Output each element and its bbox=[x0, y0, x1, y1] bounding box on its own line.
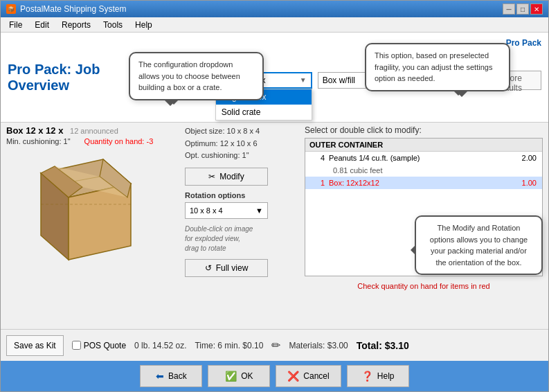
minimize-button[interactable]: ─ bbox=[503, 3, 515, 15]
weight-info: 0 lb. 14.52 oz. bbox=[134, 341, 186, 350]
menu-file[interactable]: File bbox=[3, 19, 28, 31]
rotation-value: 10 x 8 x 4 bbox=[190, 206, 223, 215]
menu-tools[interactable]: Tools bbox=[98, 19, 128, 31]
title-bar: 📦 PostalMate Shipping System ─ □ ✕ bbox=[1, 1, 548, 17]
back-icon: ⬅ bbox=[156, 371, 164, 382]
item-name-box: Box: 12x12x12 bbox=[329, 179, 508, 187]
title-bar-controls: ─ □ ✕ bbox=[503, 3, 543, 15]
cancel-icon: ❌ bbox=[287, 371, 299, 382]
close-button[interactable]: ✕ bbox=[530, 3, 543, 15]
maximize-button[interactable]: □ bbox=[516, 3, 529, 15]
obj-size: Object size: 10 x 8 x 4 bbox=[185, 125, 299, 138]
app-icon: 📦 bbox=[6, 4, 16, 14]
materials-info: Materials: $3.00 bbox=[289, 341, 348, 350]
action-bar: ⬅ Back ✅ OK ❌ Cancel ❓ Help bbox=[1, 361, 548, 391]
item-qty-peanuts: 4 bbox=[311, 154, 325, 162]
select-label: Select or double click to modify: bbox=[305, 125, 543, 135]
cancel-button[interactable]: ❌ Cancel bbox=[276, 365, 341, 387]
item-qty-box: 1 bbox=[311, 179, 325, 187]
pro-pack-label: Pro Pack bbox=[506, 38, 541, 48]
help-label: Help bbox=[377, 371, 395, 381]
tooltip-fragility-text: This option, based on preselected fragil… bbox=[375, 51, 492, 82]
object-info: Object size: 10 x 8 x 4 Optimum: 12 x 10… bbox=[185, 125, 299, 162]
warning-text: Check quantity on hand for items in red bbox=[305, 282, 543, 290]
menu-bar: File Edit Reports Tools Help bbox=[1, 17, 548, 33]
container-item-peanuts[interactable]: 4 Peanuts 1/4 cu.ft. (sample) 2.00 bbox=[305, 152, 542, 164]
pos-quote-checkbox-wrapper[interactable]: POS Quote bbox=[72, 341, 126, 350]
item-price-peanuts: 2.00 bbox=[512, 154, 537, 162]
total-info: Total: $3.10 bbox=[357, 340, 409, 351]
tooltip-config: The configuration dropdown allows you to… bbox=[129, 52, 264, 100]
ok-label: OK bbox=[241, 371, 253, 381]
dropdown-arrow-icon: ▼ bbox=[300, 76, 307, 84]
min-cushioning: Min. cushioning: 1" bbox=[6, 137, 71, 145]
quantity-on-hand: Quantity on hand: -3 bbox=[84, 137, 154, 145]
title-bar-left: 📦 PostalMate Shipping System bbox=[6, 4, 126, 14]
rotation-label: Rotation options bbox=[185, 191, 299, 199]
box-subtitle: 12 announced bbox=[70, 127, 118, 135]
window-title: PostalMate Shipping System bbox=[20, 4, 126, 14]
hint-text: Double-click on imagefor exploded view,d… bbox=[185, 224, 268, 253]
item-name-peanuts: Peanuts 1/4 cu.ft. (sample) bbox=[329, 154, 508, 162]
obj-cushioning: Opt. cushioning: 1" bbox=[185, 150, 299, 162]
bottom-bar: Save as Kit POS Quote 0 lb. 14.52 oz. Ti… bbox=[1, 329, 548, 361]
scissors-modify-icon: ✂ bbox=[208, 172, 215, 181]
back-label: Back bbox=[168, 371, 187, 381]
left-panel: Box 12 x 12 x 12 announced Min. cushioni… bbox=[6, 125, 179, 326]
pencil-icon[interactable]: ✏ bbox=[271, 339, 280, 352]
menu-reports[interactable]: Reports bbox=[56, 19, 96, 31]
rotation-dropdown[interactable]: 10 x 8 x 4 ▼ bbox=[185, 202, 268, 219]
full-view-label: Full view bbox=[216, 263, 249, 273]
ok-button[interactable]: ✅ OK bbox=[208, 365, 270, 387]
middle-panel: Object size: 10 x 8 x 4 Optimum: 12 x 10… bbox=[185, 125, 299, 326]
fill-selected-value: Box w/fill bbox=[323, 75, 355, 85]
outer-header: OUTER CONTAINER bbox=[305, 139, 542, 152]
full-view-button[interactable]: ↺ Full view bbox=[185, 259, 268, 277]
menu-edit[interactable]: Edit bbox=[29, 19, 55, 31]
item-price-box: 1.00 bbox=[512, 179, 537, 187]
rotation-arrow-icon: ▼ bbox=[255, 206, 263, 215]
right-panel: Select or double click to modify: OUTER … bbox=[305, 125, 543, 326]
help-icon: ❓ bbox=[361, 371, 373, 382]
app-header: Pro Pack: Job Overview Pro Pack The conf… bbox=[1, 33, 548, 123]
modify-button[interactable]: ✂ Modify bbox=[185, 168, 268, 186]
menu-help[interactable]: Help bbox=[129, 19, 158, 31]
tooltip-modify-text: The Modify and Rotation options allows y… bbox=[430, 224, 528, 267]
box-svg bbox=[17, 152, 155, 274]
app-window: 📦 PostalMate Shipping System ─ □ ✕ File … bbox=[0, 0, 549, 392]
pos-quote-label: POS Quote bbox=[84, 341, 126, 350]
save-as-kit-button[interactable]: Save as Kit bbox=[6, 335, 64, 356]
checkmark-icon: ✅ bbox=[225, 371, 237, 382]
tooltip-config-text: The configuration dropdown allows you to… bbox=[138, 60, 240, 91]
cancel-label: Cancel bbox=[303, 371, 329, 381]
main-content: Box 12 x 12 x 12 announced Min. cushioni… bbox=[1, 123, 548, 329]
box-title: Box 12 x 12 x 12 announced bbox=[6, 125, 179, 136]
tooltip-modify-rotate: The Modify and Rotation options allows y… bbox=[415, 215, 543, 275]
content-area: Box 12 x 12 x 12 announced Min. cushioni… bbox=[6, 125, 543, 326]
tooltip-fragility: This option, based on preselected fragil… bbox=[365, 43, 510, 91]
total-label: Total: bbox=[357, 340, 382, 351]
container-item-cubic[interactable]: 0.81 cubic feet bbox=[305, 164, 542, 177]
container-item-box[interactable]: 1 Box: 12x12x12 1.00 bbox=[305, 177, 542, 189]
obj-optimum: Optimum: 12 x 10 x 6 bbox=[185, 138, 299, 150]
modify-label: Modify bbox=[219, 172, 244, 181]
rotation-section: Rotation options 10 x 8 x 4 ▼ bbox=[185, 191, 299, 219]
box-image[interactable] bbox=[6, 147, 165, 278]
help-button[interactable]: ❓ Help bbox=[347, 365, 409, 387]
box-meta: Min. cushioning: 1" Quantity on hand: -3 bbox=[6, 137, 179, 145]
pos-quote-checkbox[interactable] bbox=[72, 341, 81, 350]
total-value: $3.10 bbox=[385, 340, 409, 351]
dropdown-option-solid[interactable]: Solid crate bbox=[216, 105, 312, 120]
fullview-icon: ↺ bbox=[205, 263, 212, 273]
item-name-cubic: 0.81 cubic feet bbox=[333, 166, 537, 175]
time-info: Time: 6 min. $0.10 bbox=[195, 341, 263, 350]
back-button[interactable]: ⬅ Back bbox=[140, 365, 202, 387]
